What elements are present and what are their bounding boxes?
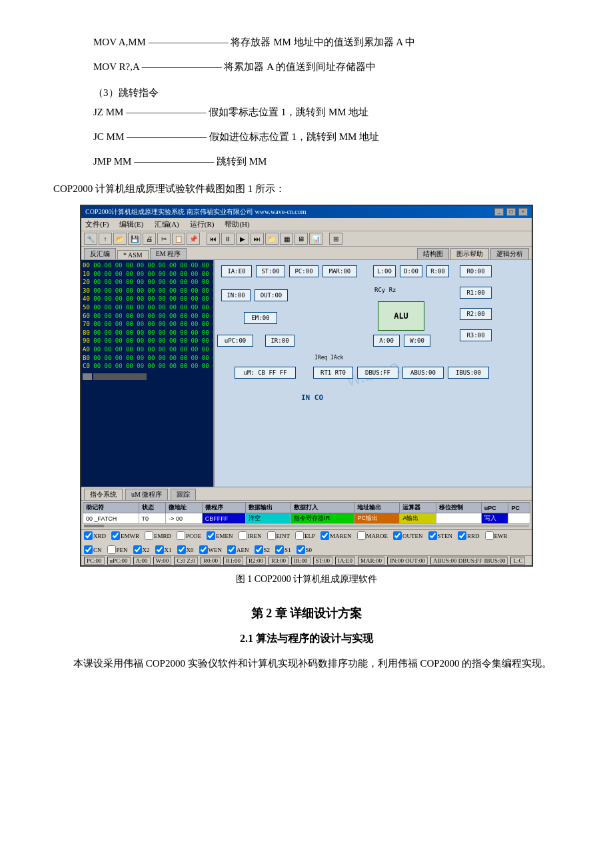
checkbox-s0[interactable]	[297, 545, 305, 554]
instruction-jz: JZ MM ———————— 假如零标志位置 1，跳转到 MM 地址	[93, 103, 560, 121]
menu-run[interactable]: 运行(R)	[190, 219, 215, 229]
checkbox-maren[interactable]	[320, 531, 329, 540]
code-line-60: 60 00 00 00 00 00 00 00 00 00 00 00 00 0…	[83, 312, 212, 321]
code-line-50: 50 00 00 00 00 00 00 00 00 00 00 00 00 0…	[83, 303, 212, 312]
toolbar-btn-1[interactable]: 🔧	[84, 233, 97, 245]
horiz-scroll	[83, 524, 530, 528]
checkbox-cn[interactable]	[84, 545, 93, 554]
checkbox-pen[interactable]	[107, 545, 116, 554]
maximize-button[interactable]: □	[506, 208, 516, 216]
cb-x1: X1	[155, 545, 172, 554]
toolbar-btn-copy[interactable]: 📋	[172, 233, 185, 245]
tab-trace[interactable]: 跟踪	[171, 489, 196, 500]
diag-d: D:00	[400, 265, 422, 277]
checkbox-wen[interactable]	[199, 545, 208, 554]
scrollbar-thumb[interactable]	[83, 373, 92, 380]
status-pc: PC:00	[84, 557, 105, 565]
status-upc: uPC:00	[107, 557, 131, 565]
table-row: 00 _FATCH T0 -> 00 CBFFFF 洋空 指令寄存器IR PC输…	[83, 513, 530, 524]
checkbox-s2[interactable]	[255, 545, 263, 554]
toolbar-btn-chart[interactable]: 📊	[309, 233, 322, 245]
cell-micro-prog: CBFFFF	[202, 513, 246, 524]
cb-emen: EMEN	[207, 531, 233, 540]
diag-ireq: IReq IAck	[314, 355, 343, 361]
checkbox-rrd[interactable]	[458, 531, 466, 540]
col-shift: 移位控制	[436, 503, 481, 513]
toolbar-btn-rewind[interactable]: ⏮	[207, 233, 220, 245]
checkbox-x1[interactable]	[155, 545, 164, 554]
menu-help[interactable]: 帮助(H)	[225, 219, 249, 229]
instruction-jc: JC MM ———————— 假如进位标志位置 1，跳转到 MM 地址	[93, 128, 560, 146]
cb-emwr-label: EMWR	[121, 533, 139, 539]
cb-rrd: RRD	[458, 531, 480, 540]
toolbar-btn-3[interactable]: 📂	[113, 233, 127, 245]
diag-l: L:00	[373, 265, 396, 277]
checkbox-pcoe[interactable]	[177, 531, 185, 540]
cb-maren: MAREN	[320, 531, 352, 540]
checkbox-emwr[interactable]	[111, 531, 120, 540]
cb-outen: OUTEN	[393, 531, 423, 540]
checkbox-xrd[interactable]	[84, 531, 93, 540]
tab-micro-prog[interactable]: uM 微程序	[125, 489, 168, 500]
col-addr-out: 地址输出	[354, 503, 400, 513]
status-ia: IA:E0	[335, 557, 355, 565]
jz-cmd: JZ MM	[93, 107, 123, 117]
checkbox-eint[interactable]	[267, 531, 276, 540]
cb-pcoe-label: PCOE	[186, 533, 201, 539]
cell-mnemonic: 00 _FATCH	[83, 513, 139, 524]
checkbox-elp[interactable]	[295, 531, 304, 540]
toolbar-btn-step[interactable]: ⏭	[251, 233, 264, 245]
toolbar-btn-open2[interactable]: 📁	[265, 233, 279, 245]
checkbox-emrd[interactable]	[145, 531, 153, 540]
menubar: 文件(F) 编辑(E) 汇编(A) 运行(R) 帮助(H)	[81, 218, 532, 231]
toolbar-btn-extra[interactable]: ⊞	[329, 233, 342, 245]
diag-st: ST:00	[256, 265, 285, 277]
checkbox-ewr[interactable]	[485, 531, 494, 540]
minimize-button[interactable]: _	[494, 208, 504, 216]
toolbar-btn-4[interactable]: 💾	[128, 233, 141, 245]
diag-r1: R1:00	[460, 287, 492, 299]
checkbox-aen[interactable]	[227, 545, 236, 554]
toolbar-btn-pause[interactable]: ⏸	[221, 233, 235, 245]
tab-em-prog[interactable]: EM 程序	[150, 248, 187, 259]
cb-s0-label: S0	[306, 547, 312, 553]
tab-struct[interactable]: 结构图	[417, 248, 449, 259]
checkbox-x0[interactable]	[177, 545, 186, 554]
tab-diagram-help[interactable]: 图示帮助	[450, 248, 489, 259]
cb-maroe: MAROE	[357, 531, 388, 540]
checkbox-sten[interactable]	[428, 531, 437, 540]
cb-elp-label: ELP	[305, 533, 315, 539]
tab-disasm[interactable]: 反汇编	[84, 248, 116, 259]
tab-asm[interactable]: * ASM	[117, 250, 149, 259]
scroll-thumb[interactable]	[84, 525, 104, 527]
checkbox-maroe[interactable]	[357, 531, 366, 540]
menu-assemble[interactable]: 汇编(A)	[155, 219, 179, 229]
cb-pen: PEN	[107, 545, 128, 554]
checkbox-s1[interactable]	[275, 545, 284, 554]
checkbox-outen[interactable]	[393, 531, 402, 540]
tab-logic[interactable]: 逻辑分析	[490, 248, 529, 259]
checkbox-x2[interactable]	[133, 545, 142, 554]
cb-eint-label: EINT	[277, 533, 291, 539]
cb-pcoe: PCOE	[177, 531, 201, 540]
close-button[interactable]: ×	[518, 208, 528, 216]
cb-sten-label: STEN	[438, 533, 453, 539]
toolbar-btn-play[interactable]: ▶	[236, 233, 249, 245]
checkbox-iren[interactable]	[239, 531, 247, 540]
checkbox-emen[interactable]	[207, 531, 215, 540]
toolbar-btn-grid[interactable]: ▦	[280, 233, 293, 245]
toolbar-btn-disp[interactable]: 🖥	[295, 233, 308, 245]
tab-inst-sys[interactable]: 指令系统	[84, 489, 123, 500]
toolbar-btn-paste[interactable]: 📌	[187, 233, 200, 245]
cb-x0-label: X0	[187, 547, 194, 553]
toolbar-btn-2[interactable]: ↑	[99, 233, 112, 245]
diag-w: W:00	[404, 335, 430, 347]
window-buttons: _ □ ×	[494, 208, 528, 216]
software-screenshot: COP2000计算机组成原理实验系统 南京伟福实业有限公司 www.wave-c…	[80, 205, 533, 567]
toolbar-btn-5[interactable]: 🖨	[143, 233, 156, 245]
toolbar-btn-cut[interactable]: ✂	[157, 233, 171, 245]
dash5: ————————	[134, 156, 214, 167]
menu-file[interactable]: 文件(F)	[85, 219, 109, 229]
menu-edit[interactable]: 编辑(E)	[119, 219, 143, 229]
cb-ewr-label: EWR	[494, 533, 508, 539]
